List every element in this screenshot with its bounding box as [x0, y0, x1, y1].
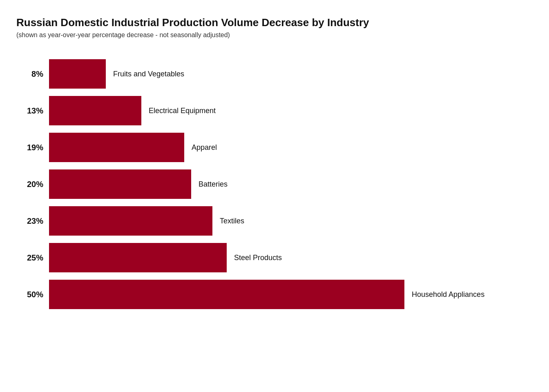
bar-steel-products: [49, 243, 227, 272]
bar-label-household-appliances: Household Appliances: [404, 290, 484, 299]
bar-textiles: [49, 206, 212, 236]
bar-container-textiles: Textiles: [49, 206, 529, 236]
chart-subtitle: (shown as year-over-year percentage decr…: [16, 31, 529, 39]
bar-apparel: [49, 133, 184, 162]
bar-row-fruits-vegetables: 8%Fruits and Vegetables: [16, 59, 529, 89]
bar-container-steel-products: Steel Products: [49, 243, 529, 272]
bar-row-apparel: 19%Apparel: [16, 133, 529, 162]
bar-container-fruits-vegetables: Fruits and Vegetables: [49, 59, 529, 89]
bar-row-batteries: 20%Batteries: [16, 169, 529, 199]
bar-row-household-appliances: 50%Household Appliances: [16, 280, 529, 309]
bar-pct-textiles: 23%: [16, 216, 49, 226]
bar-electrical-equipment: [49, 96, 141, 125]
bar-pct-household-appliances: 50%: [16, 290, 49, 299]
chart-title: Russian Domestic Industrial Production V…: [16, 16, 529, 29]
bar-label-fruits-vegetables: Fruits and Vegetables: [106, 70, 184, 78]
bar-label-batteries: Batteries: [191, 180, 228, 189]
bar-row-steel-products: 25%Steel Products: [16, 243, 529, 272]
bar-label-electrical-equipment: Electrical Equipment: [141, 107, 216, 115]
bar-pct-apparel: 19%: [16, 143, 49, 152]
bar-label-apparel: Apparel: [184, 143, 217, 152]
bar-batteries: [49, 169, 191, 199]
bar-fruits-vegetables: [49, 59, 106, 89]
bar-row-textiles: 23%Textiles: [16, 206, 529, 236]
bar-label-textiles: Textiles: [212, 217, 244, 225]
bar-label-steel-products: Steel Products: [227, 254, 282, 262]
bar-household-appliances: [49, 280, 404, 309]
bar-pct-fruits-vegetables: 8%: [16, 69, 49, 79]
bar-container-batteries: Batteries: [49, 169, 529, 199]
bar-container-electrical-equipment: Electrical Equipment: [49, 96, 529, 125]
chart-area: 8%Fruits and Vegetables13%Electrical Equ…: [16, 59, 529, 316]
bar-row-electrical-equipment: 13%Electrical Equipment: [16, 96, 529, 125]
bar-pct-batteries: 20%: [16, 180, 49, 189]
bar-pct-steel-products: 25%: [16, 253, 49, 263]
bar-container-household-appliances: Household Appliances: [49, 280, 529, 309]
bar-pct-electrical-equipment: 13%: [16, 106, 49, 116]
bar-container-apparel: Apparel: [49, 133, 529, 162]
